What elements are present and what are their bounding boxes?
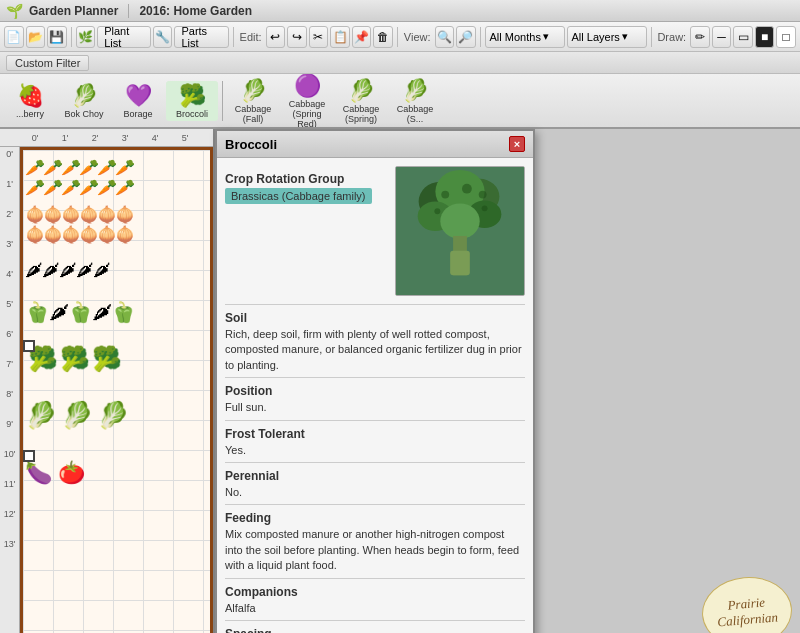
cabbage-spring-red-icon: 🟣 <box>294 74 321 99</box>
feeding-text: Mix composted manure or another high-nit… <box>225 527 525 573</box>
ruler-mark-2: 2' <box>80 133 110 143</box>
info-panel-title: Broccoli <box>225 137 277 152</box>
toolbar-sep-1 <box>71 27 72 47</box>
eggplant-tomato-row: 🍆 🍅 <box>25 460 85 486</box>
svg-point-13 <box>482 205 488 211</box>
toolbar-sep-2 <box>233 27 234 47</box>
svg-point-9 <box>441 191 449 199</box>
cauliflower-row: 🥬🥬🥬 <box>25 400 133 431</box>
svg-rect-8 <box>450 251 470 276</box>
spacing-title: Spacing <box>225 627 525 633</box>
app-icon: 🌱 <box>6 3 23 19</box>
redo-btn[interactable]: ↪ <box>287 26 307 48</box>
new-btn[interactable]: 📄 <box>4 26 24 48</box>
view-label: View: <box>404 31 431 43</box>
ruler-mark-4: 4' <box>140 133 170 143</box>
all-months-dropdown[interactable]: All Months ▾ <box>485 26 565 48</box>
divider-4 <box>225 462 525 463</box>
open-btn[interactable]: 📂 <box>26 26 46 48</box>
svg-point-11 <box>479 191 487 199</box>
toolbar-sep-5 <box>651 27 652 47</box>
svg-point-12 <box>434 208 440 214</box>
plant-item-cabbage-s[interactable]: 🥬 Cabbage (S... <box>389 76 441 126</box>
plant-icon-btn[interactable]: 🌿 <box>76 26 96 48</box>
delete-btn[interactable]: 🗑 <box>373 26 393 48</box>
save-btn[interactable]: 💾 <box>47 26 67 48</box>
plant-list-button[interactable]: Plant List <box>97 26 151 48</box>
soil-text: Rich, deep soil, firm with plenty of wel… <box>225 327 525 373</box>
all-layers-dropdown[interactable]: All Layers ▾ <box>567 26 647 48</box>
position-title: Position <box>225 384 525 398</box>
parts-list-button[interactable]: Parts List <box>174 26 228 48</box>
cut-btn[interactable]: ✂ <box>309 26 329 48</box>
onion-row: 🧅🧅🧅🧅🧅🧅 <box>25 205 133 224</box>
companions-text: Alfalfa <box>225 601 525 616</box>
select-handle-2[interactable] <box>23 450 35 462</box>
copy-btn[interactable]: 📋 <box>330 26 350 48</box>
divider-5 <box>225 504 525 505</box>
pepper-row: 🌶🌶🌶🌶🌶 <box>25 260 110 281</box>
rect-btn[interactable]: ▭ <box>733 26 753 48</box>
draw-label: Draw: <box>657 31 686 43</box>
cabbage-spring-icon: 🥬 <box>348 78 375 104</box>
paste-btn[interactable]: 📌 <box>352 26 372 48</box>
main-area: 0' 1' 2' 3' 4' 5' 0' 1' 2' 3' 4' 5' 6' 7… <box>0 129 800 633</box>
position-text: Full sun. <box>225 400 525 415</box>
line-btn[interactable]: ─ <box>712 26 732 48</box>
watermark-line2: Californian <box>717 609 779 630</box>
info-panel: Broccoli × Crop Rotation Group Brassicas… <box>215 129 535 633</box>
soil-title: Soil <box>225 311 525 325</box>
perennial-text: No. <box>225 485 525 500</box>
cabbage-fall-icon: 🥬 <box>240 78 267 104</box>
plant-item-broccoli[interactable]: 🥦 Broccoli <box>166 81 218 121</box>
pencil-btn[interactable]: ✏ <box>690 26 710 48</box>
project-name: 2016: Home Garden <box>139 4 252 18</box>
plant-item-cabbage-fall[interactable]: 🥬 Cabbage (Fall) <box>227 76 279 126</box>
divider-3 <box>225 420 525 421</box>
ruler-left: 0' 1' 2' 3' 4' 5' 6' 7' 8' 9' 10' 11' 12… <box>0 147 20 633</box>
plant-item-bokchoy[interactable]: 🥬 Bok Choy <box>58 81 110 121</box>
info-left-section: Crop Rotation Group Brassicas (Cabbage f… <box>225 166 387 296</box>
crop-badge: Brassicas (Cabbage family) <box>225 188 372 204</box>
right-panel: Broccoli × Crop Rotation Group Brassicas… <box>215 129 800 633</box>
divider-2 <box>225 377 525 378</box>
info-panel-header: Broccoli × <box>217 131 533 158</box>
plant-strip: 🍓 ...berry 🥬 Bok Choy 💜 Borage 🥦 Broccol… <box>0 74 800 129</box>
ruler-mark-1: 1' <box>50 133 80 143</box>
toolbar-sep-3 <box>397 27 398 47</box>
plant-item-berry[interactable]: 🍓 ...berry <box>4 81 56 121</box>
parts-icon-btn[interactable]: 🔧 <box>153 26 173 48</box>
main-toolbar: 📄 📂 💾 🌿 Plant List 🔧 Parts List Edit: ↩ … <box>0 22 800 52</box>
broccoli-icon: 🥦 <box>179 83 206 109</box>
divider-7 <box>225 620 525 621</box>
crop-rotation-title: Crop Rotation Group <box>225 172 387 186</box>
info-top-section: Crop Rotation Group Brassicas (Cabbage f… <box>225 166 525 296</box>
plant-item-cabbage-spring-red[interactable]: 🟣 Cabbage (Spring Red) <box>281 74 333 129</box>
select-handle-1[interactable] <box>23 340 35 352</box>
pepper-mix-row: 🫑🌶🫑🌶🫑 <box>25 300 135 324</box>
title-bar: 🌱 Garden Planner 2016: Home Garden <box>0 0 800 22</box>
info-close-button[interactable]: × <box>509 136 525 152</box>
zoom-out-btn[interactable]: 🔎 <box>456 26 476 48</box>
broccoli-svg <box>396 166 524 296</box>
grid-body: 0' 1' 2' 3' 4' 5' 6' 7' 8' 9' 10' 11' 12… <box>0 147 213 633</box>
zoom-in-btn[interactable]: 🔍 <box>435 26 455 48</box>
companions-title: Companions <box>225 585 525 599</box>
garden-canvas[interactable]: 🥕🥕🥕🥕🥕🥕 🥕🥕🥕🥕🥕🥕 🧅🧅🧅🧅🧅🧅 🧅🧅🧅🧅🧅🧅 🌶🌶🌶🌶🌶 🫑🌶🫑🌶🫑 … <box>20 147 213 633</box>
fill-black-btn[interactable]: ■ <box>755 26 775 48</box>
garden-grid: 0' 1' 2' 3' 4' 5' 0' 1' 2' 3' 4' 5' 6' 7… <box>0 129 215 633</box>
fill-white-btn[interactable]: □ <box>776 26 796 48</box>
svg-point-10 <box>462 184 472 194</box>
plant-item-borage[interactable]: 💜 Borage <box>112 81 164 121</box>
plant-item-cabbage-spring[interactable]: 🥬 Cabbage (Spring) <box>335 76 387 126</box>
borage-icon: 💜 <box>125 83 152 109</box>
custom-filter-button[interactable]: Custom Filter <box>6 55 89 71</box>
frost-tolerant-text: Yes. <box>225 443 525 458</box>
feeding-title: Feeding <box>225 511 525 525</box>
berry-icon: 🍓 <box>17 83 44 109</box>
onion-row-2: 🧅🧅🧅🧅🧅🧅 <box>25 225 133 244</box>
ruler-mark-0: 0' <box>20 133 50 143</box>
divider-6 <box>225 578 525 579</box>
undo-btn[interactable]: ↩ <box>266 26 286 48</box>
app-name: Garden Planner <box>29 4 118 18</box>
